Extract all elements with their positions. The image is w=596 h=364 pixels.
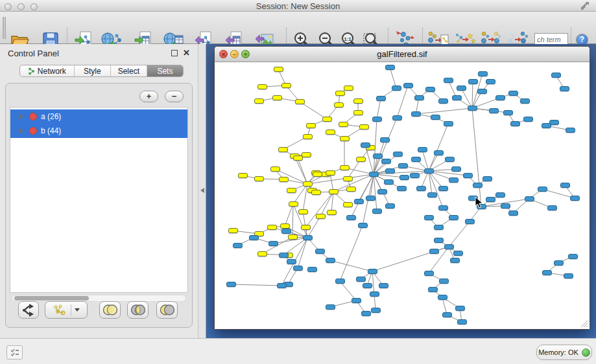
graph-node[interactable]: [366, 196, 375, 201]
graph-node[interactable]: [392, 115, 402, 120]
graph-node[interactable]: [495, 95, 505, 100]
graph-node[interactable]: [457, 85, 466, 91]
graph-node[interactable]: [450, 258, 460, 263]
graph-node[interactable]: [554, 260, 564, 266]
graph-node[interactable]: [418, 147, 427, 152]
graph-node[interactable]: [457, 319, 467, 324]
graph-node[interactable]: [455, 306, 465, 311]
graph-node[interactable]: [431, 115, 440, 120]
graph-node[interactable]: [352, 298, 361, 303]
graph-node[interactable]: [279, 177, 289, 182]
graph-node[interactable]: [508, 210, 518, 216]
graph-node[interactable]: [438, 186, 448, 191]
add-set-button[interactable]: +: [139, 91, 158, 102]
collapse-panel-arrow[interactable]: [200, 188, 204, 193]
graph-node[interactable]: [477, 89, 487, 94]
graph-node[interactable]: [371, 308, 381, 313]
graph-node[interactable]: [414, 95, 424, 100]
graph-node[interactable]: [425, 87, 435, 92]
union-sets-button[interactable]: [99, 301, 121, 319]
graph-node[interactable]: [525, 196, 534, 201]
graph-node[interactable]: [295, 99, 305, 104]
task-history-button[interactable]: [6, 345, 23, 359]
graph-node[interactable]: [315, 249, 325, 254]
resize-grip[interactable]: [579, 319, 588, 328]
graph-node[interactable]: [326, 170, 335, 176]
graph-node[interactable]: [385, 168, 395, 174]
graph-node[interactable]: [542, 123, 551, 128]
graph-node[interactable]: [340, 136, 350, 141]
graph-node[interactable]: [445, 157, 455, 162]
remove-set-button[interactable]: −: [165, 91, 184, 102]
graph-node[interactable]: [566, 128, 575, 133]
graph-node[interactable]: [453, 251, 463, 256]
graph-node[interactable]: [311, 190, 321, 195]
graph-node[interactable]: [538, 187, 547, 192]
graph-node[interactable]: [287, 259, 296, 264]
tab-network[interactable]: Network: [20, 65, 75, 76]
tab-sets[interactable]: Sets: [147, 65, 183, 76]
graph-node[interactable]: [483, 176, 492, 181]
graph-node[interactable]: [361, 311, 371, 316]
graph-node[interactable]: [424, 168, 434, 174]
graph-node[interactable]: [501, 203, 510, 209]
graph-node[interactable]: [424, 271, 434, 276]
graph-node[interactable]: [268, 241, 278, 246]
graph-node[interactable]: [303, 235, 313, 240]
graph-node[interactable]: [257, 251, 267, 256]
graph-node[interactable]: [373, 154, 383, 159]
graph-node[interactable]: [380, 137, 390, 142]
graph-node[interactable]: [377, 189, 387, 194]
graph-node[interactable]: [444, 244, 454, 249]
graph-node[interactable]: [411, 157, 421, 162]
graph-node[interactable]: [307, 267, 317, 272]
graph-node[interactable]: [570, 196, 580, 201]
graph-node[interactable]: [272, 95, 282, 100]
graph-node[interactable]: [228, 228, 238, 233]
graph-node[interactable]: [438, 205, 448, 210]
graph-node[interactable]: [468, 106, 477, 111]
graph-node[interactable]: [298, 209, 308, 214]
close-panel-icon[interactable]: ✕: [183, 48, 190, 58]
graph-node[interactable]: [560, 86, 569, 91]
graph-node[interactable]: [277, 283, 287, 288]
graph-node[interactable]: [270, 166, 280, 172]
graph-node[interactable]: [281, 229, 291, 234]
graph-node[interactable]: [329, 189, 339, 194]
network-window-titlebar[interactable]: × − + galFiltered.sif: [215, 47, 590, 62]
graph-node[interactable]: [439, 279, 449, 284]
graph-node[interactable]: [356, 277, 366, 282]
graph-node[interactable]: [326, 304, 335, 310]
graph-node[interactable]: [428, 287, 438, 292]
split-set-button[interactable]: [18, 301, 39, 319]
graph-node[interactable]: [326, 130, 335, 135]
graph-node[interactable]: [233, 243, 243, 248]
create-set-combo-button[interactable]: [45, 301, 88, 319]
graph-node[interactable]: [372, 209, 382, 214]
graph-node[interactable]: [473, 183, 483, 188]
graph-node[interactable]: [359, 124, 369, 130]
graph-node[interactable]: [353, 110, 363, 115]
graph-node[interactable]: [444, 121, 453, 126]
graph-node[interactable]: [399, 175, 409, 180]
memory-status-button[interactable]: Memory: OK: [536, 345, 592, 360]
graph-node[interactable]: [346, 215, 356, 220]
graph-node[interactable]: [339, 122, 348, 127]
graph-node[interactable]: [542, 270, 552, 275]
expand-arrow-icon[interactable]: [19, 128, 23, 134]
graph-node[interactable]: [510, 121, 520, 126]
set-row[interactable]: b (44): [10, 124, 187, 138]
graph-node[interactable]: [280, 223, 290, 229]
graph-node[interactable]: [254, 98, 264, 104]
tab-select[interactable]: Select: [111, 65, 147, 76]
graph-node[interactable]: [376, 96, 386, 101]
network-window[interactable]: × − + galFiltered.sif: [214, 46, 590, 330]
graph-node[interactable]: [368, 269, 377, 274]
graph-node[interactable]: [340, 165, 350, 170]
graph-node[interactable]: [267, 225, 277, 230]
network-canvas[interactable]: [215, 62, 590, 329]
graph-node[interactable]: [303, 134, 313, 139]
graph-node[interactable]: [547, 205, 557, 210]
graph-node[interactable]: [489, 108, 499, 113]
graph-node[interactable]: [393, 152, 403, 157]
